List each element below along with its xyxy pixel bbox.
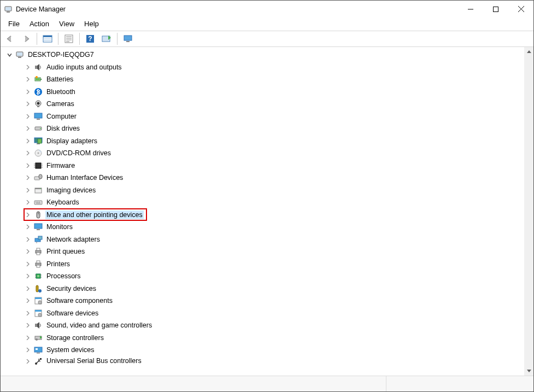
expand-twisty-icon[interactable] bbox=[26, 175, 32, 180]
expand-twisty-icon[interactable] bbox=[26, 299, 32, 303]
expand-twisty-icon[interactable] bbox=[26, 114, 32, 119]
tree-item-display-adapters[interactable]: Display adapters bbox=[3, 135, 524, 148]
menu-view[interactable]: View bbox=[55, 19, 79, 29]
expand-twisty-icon[interactable] bbox=[26, 200, 32, 204]
svg-point-55 bbox=[40, 188, 41, 189]
tree-item-batteries[interactable]: Batteries bbox=[3, 73, 524, 86]
menu-file[interactable]: File bbox=[4, 19, 24, 29]
tree-item-security-devices[interactable]: Security devices bbox=[3, 283, 524, 295]
tree-item-sound-video-and-game-controllers[interactable]: Sound, video and game controllers bbox=[3, 319, 524, 332]
properties-button[interactable] bbox=[62, 32, 76, 45]
show-hide-tree-button[interactable] bbox=[40, 32, 55, 45]
expand-twisty-icon[interactable] bbox=[26, 274, 32, 278]
svg-rect-75 bbox=[37, 275, 39, 277]
help-button[interactable]: ? bbox=[83, 32, 97, 45]
tree-item-label: Batteries bbox=[45, 75, 74, 84]
tree-item-printers[interactable]: Printers bbox=[3, 258, 524, 271]
tree-item-monitors[interactable]: Monitors bbox=[3, 221, 524, 233]
svg-rect-21 bbox=[124, 36, 132, 40]
vertical-scrollbar[interactable] bbox=[524, 47, 533, 376]
tree-item-dvd-cd-rom-drives[interactable]: DVD/CD-ROM drives bbox=[3, 147, 524, 160]
expand-twisty-icon[interactable] bbox=[26, 336, 32, 340]
svg-marker-96 bbox=[527, 50, 531, 53]
tree-item-system-devices[interactable]: System devices bbox=[3, 344, 524, 356]
disk-icon bbox=[33, 124, 43, 133]
back-button[interactable] bbox=[3, 32, 17, 45]
svg-rect-86 bbox=[35, 310, 42, 312]
title-bar: Device Manager bbox=[1, 1, 533, 17]
expand-twisty-icon[interactable] bbox=[26, 139, 32, 143]
minimize-button[interactable] bbox=[458, 1, 483, 17]
toolbar: ? bbox=[1, 31, 533, 47]
tree-item-disk-drives[interactable]: Disk drives bbox=[3, 122, 524, 135]
tree-item-label: Software components bbox=[45, 296, 114, 305]
expand-twisty-icon[interactable] bbox=[26, 237, 32, 242]
tree-item-software-components[interactable]: Software components bbox=[3, 295, 524, 307]
expand-twisty-icon[interactable] bbox=[26, 249, 32, 254]
tree-item-imaging-devices[interactable]: Imaging devices bbox=[3, 184, 524, 197]
storage-icon bbox=[33, 333, 43, 343]
monitor-icon bbox=[33, 112, 43, 121]
toolbar-separator bbox=[117, 33, 118, 45]
monitor-button[interactable] bbox=[121, 32, 135, 45]
tree-root[interactable]: DESKTOP-IEQQDG7 bbox=[3, 49, 524, 61]
svg-rect-2 bbox=[7, 11, 10, 13]
tree-item-print-queues[interactable]: Print queues bbox=[3, 245, 524, 258]
expand-twisty-icon[interactable] bbox=[26, 102, 32, 106]
svg-rect-44 bbox=[36, 163, 41, 168]
scroll-up-arrow[interactable] bbox=[524, 47, 533, 56]
expand-twisty-icon[interactable] bbox=[26, 348, 32, 352]
tree-item-computer[interactable]: Computer bbox=[3, 110, 524, 123]
expand-twisty-icon[interactable] bbox=[26, 359, 32, 364]
imaging-icon bbox=[33, 185, 43, 195]
expand-twisty-icon[interactable] bbox=[26, 323, 32, 327]
tree-item-bluetooth[interactable]: Bluetooth bbox=[3, 86, 524, 98]
tree-item-label: System devices bbox=[45, 346, 96, 354]
close-button[interactable] bbox=[508, 1, 533, 17]
tree-item-keyboards[interactable]: Keyboards bbox=[3, 196, 524, 209]
tree-item-network-adapters[interactable]: Network adapters bbox=[3, 233, 524, 246]
svg-rect-58 bbox=[37, 202, 38, 202]
tree-item-firmware[interactable]: Firmware bbox=[3, 160, 524, 172]
expand-twisty-icon[interactable] bbox=[26, 262, 32, 266]
tree-item-audio-inputs-and-outputs[interactable]: Audio inputs and outputs bbox=[3, 61, 524, 74]
tree-item-mice-and-other-pointing-devices[interactable]: Mice and other pointing devices bbox=[3, 209, 524, 221]
expand-twisty-icon[interactable] bbox=[7, 52, 14, 57]
monitor-icon bbox=[33, 222, 43, 232]
svg-point-81 bbox=[38, 289, 42, 292]
tree-item-processors[interactable]: Processors bbox=[3, 270, 524, 283]
tree-item-software-devices[interactable]: Software devices bbox=[3, 307, 524, 320]
keyboard-icon bbox=[33, 197, 43, 207]
expand-twisty-icon[interactable] bbox=[26, 126, 32, 131]
maximize-button[interactable] bbox=[483, 1, 508, 17]
tree-item-label: Mice and other pointing devices bbox=[45, 210, 144, 219]
tree-item-label: Network adapters bbox=[45, 235, 101, 244]
svg-rect-70 bbox=[37, 253, 40, 255]
expand-twisty-icon[interactable] bbox=[26, 188, 32, 192]
tree-view: DESKTOP-IEQQDG7Audio inputs and outputsB… bbox=[1, 47, 533, 376]
svg-rect-4 bbox=[494, 7, 498, 11]
expand-twisty-icon[interactable] bbox=[26, 213, 32, 217]
expand-twisty-icon[interactable] bbox=[26, 163, 32, 168]
expand-twisty-icon[interactable] bbox=[26, 286, 32, 291]
expand-twisty-icon[interactable] bbox=[26, 151, 32, 155]
expand-twisty-icon[interactable] bbox=[26, 65, 32, 69]
svg-rect-1 bbox=[5, 7, 11, 10]
scroll-down-arrow[interactable] bbox=[524, 366, 533, 376]
expand-twisty-icon[interactable] bbox=[26, 311, 32, 315]
tree-item-human-interface-devices[interactable]: Human Interface Devices bbox=[3, 172, 524, 184]
software-icon bbox=[33, 308, 43, 318]
scan-hardware-button[interactable] bbox=[99, 32, 114, 45]
menu-help[interactable]: Help bbox=[80, 19, 103, 29]
tree-item-universal-serial-bus-controllers[interactable]: Universal Serial Bus controllers bbox=[3, 356, 524, 366]
svg-rect-25 bbox=[18, 57, 21, 58]
expand-twisty-icon[interactable] bbox=[26, 90, 32, 94]
tree-item-storage-controllers[interactable]: Storage controllers bbox=[3, 332, 524, 344]
tree-item-label: Monitors bbox=[45, 223, 74, 231]
audio-icon bbox=[33, 320, 43, 330]
menu-action[interactable]: Action bbox=[25, 19, 54, 29]
forward-button[interactable] bbox=[19, 32, 33, 45]
expand-twisty-icon[interactable] bbox=[26, 77, 32, 81]
expand-twisty-icon[interactable] bbox=[26, 225, 32, 229]
tree-item-cameras[interactable]: Cameras bbox=[3, 98, 524, 110]
